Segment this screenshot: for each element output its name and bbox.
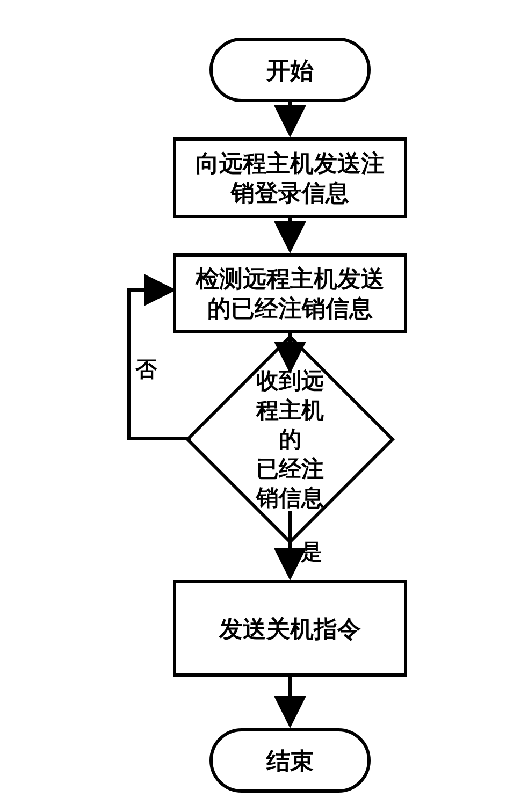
start-label: 开始 [266,55,314,85]
decision-label: 收到远程主机的 已经注销信息 [253,366,327,513]
end-label: 结束 [266,746,314,775]
start-node: 开始 [209,38,371,102]
yes-label: 是 [301,537,322,567]
step-send-shutdown-label: 发送关机指令 [219,614,361,643]
flowchart-canvas: 开始 向远程主机发送注 销登录信息 检测远程主机发送 的已经注销信息 收到远程主… [0,0,528,812]
step-check-logout: 检测远程主机发送 的已经注销信息 [173,253,407,333]
no-label: 否 [135,354,157,384]
step-send-shutdown: 发送关机指令 [173,580,407,677]
step-check-logout-label: 检测远程主机发送 的已经注销信息 [196,264,385,323]
decision-node: 收到远程主机的 已经注销信息 [216,365,364,513]
step-send-logout-label: 向远程主机发送注 销登录信息 [196,148,385,207]
step-send-logout: 向远程主机发送注 销登录信息 [173,137,407,218]
end-node: 结束 [209,728,371,793]
